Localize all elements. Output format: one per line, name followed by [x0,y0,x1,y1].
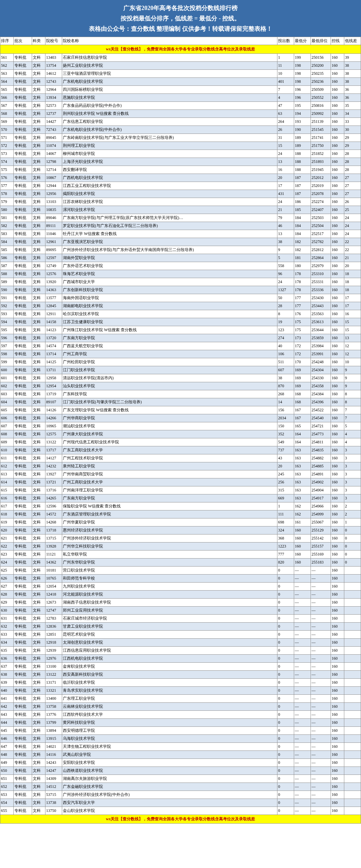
cell: 253859 [311,334,331,342]
page-header: 广东省2020年高考各批次投档分数线排行榜 按投档最低分排序，低线差 = 最低分… [0,0,361,37]
cell: 253443 [311,302,331,310]
cell: 金肯职业技术学院 [62,663,277,671]
cell: 603 [0,390,14,398]
cell: 160 [331,759,344,767]
cell: 160 [331,519,344,526]
cell: 13721 [46,478,62,487]
table-row: 644专科批文科13799黄冈科技职业学院0——160 [0,719,361,727]
cell: 文科 [32,591,46,598]
cell: 160 [331,246,344,254]
cell: 广东信息工程职业学院 [62,118,277,126]
cell: 恩施职业技术学院 [62,94,277,102]
cell: 431 [277,190,294,198]
table-row: 616专科批文科14265广东南方职业学院6691632549171603 [0,494,361,502]
cell: 583 [0,230,14,238]
cell: 12737 [46,110,62,118]
cell: 254917 [311,494,331,502]
cell: 9 [344,366,361,374]
cell: 182 [294,246,311,254]
cell: 14612 [46,70,62,78]
cell: 3 [344,462,361,470]
cell: 181 [294,254,311,262]
cell: 文科 [32,254,46,262]
table-row: 593专科批文科12911哈尔滨职业技术学院817625356316016 [0,310,361,318]
cell: 160 [331,735,344,743]
cell: 13321 [46,687,62,695]
table-row: 578专科批文科12956揭阳职业技术学院43118725207816027 [0,190,361,198]
cell: 14116 [46,751,62,759]
cell: — [294,775,311,783]
cell: 178 [294,278,311,286]
cell: 专科批 [14,639,32,647]
cell: 252078 [311,190,331,198]
cell: 12747 [46,607,62,615]
cell: 160 [331,126,344,134]
table-row: 615专科批文科13716广州南洋理工职业学院3151632549041603 [0,487,361,494]
cell: 160 [331,478,344,487]
cell: 专科批 [14,583,32,591]
cell [344,799,361,807]
cell: 13928 [46,542,62,551]
cell: 专科批 [14,438,32,446]
cell: 14158 [46,318,62,326]
cell: 专科批 [14,783,32,791]
cell: 14243 [46,759,62,767]
cell: — [311,759,331,767]
cell: 文科 [32,214,46,222]
cell: 汕头职业技术学院 [62,382,277,390]
cell: 637 [0,663,14,671]
cell: 文科 [32,791,46,799]
cell [344,687,361,695]
cell: 250235 [311,70,331,78]
table-row: 629专科批文科12673湖南西子信息职业技术学院0——160 [0,598,361,607]
cell: 254891 [311,470,331,478]
cell: 168 [294,398,311,406]
cell: — [294,655,311,663]
cell: 193 [294,118,311,126]
cell: 3 [344,478,361,487]
cell: 0 [277,727,294,735]
table-row: 579专科批文科13103江苏农林职业技术学院2418625227416026 [0,198,361,206]
cell: 624 [0,559,14,566]
cell: 160 [331,382,344,390]
cell: 专科批 [14,110,32,118]
cell: 14512 [46,783,62,791]
cell: 177 [294,302,311,310]
cell: 广州现代信息工程职业技术学院 [62,438,277,446]
cell: 15 [344,326,361,334]
cell: 天津生物工程职业技术学院 [62,743,277,751]
cell: 专科批 [14,214,32,222]
cell: 0 [277,575,294,583]
cell: 96 [277,270,294,278]
cell: 187 [294,182,311,190]
cell: 254384 [311,390,331,398]
cell: 160 [331,318,344,326]
cell: 12783 [46,615,62,623]
cell: 576 [0,174,14,182]
cell: 12798 [46,158,62,166]
cell: 安阳职业技术学院 [62,759,277,767]
cell: 315 [277,487,294,494]
cell: — [294,719,311,727]
cell: 13103 [46,198,62,206]
cell: 文科 [32,342,46,350]
cell: 184 [294,222,311,230]
title-line-3: 表格由公众号：查分数线 整理编制 仅供参考！转载请保留完整表格！ [0,24,361,34]
cell: 602 [0,382,14,390]
cell: 文科 [32,727,46,735]
cell: 160 [331,791,344,799]
cell: 5 [344,422,361,430]
cell: 89107 [46,398,62,406]
cell: 文科 [32,607,46,615]
table-row: 631专科批文科12783石家庄城市经济职业学院0——160 [0,615,361,623]
cell: 黄冈科技职业学院 [62,719,277,727]
cell: 13799 [46,719,62,727]
cell: 160 [294,526,311,534]
cell: 31 [277,134,294,142]
cell: — [294,583,311,591]
cell [344,791,361,799]
cell: 文科 [32,238,46,246]
cell: 632 [0,623,14,631]
cell: 178 [294,286,311,294]
cell: 33 [344,118,361,126]
